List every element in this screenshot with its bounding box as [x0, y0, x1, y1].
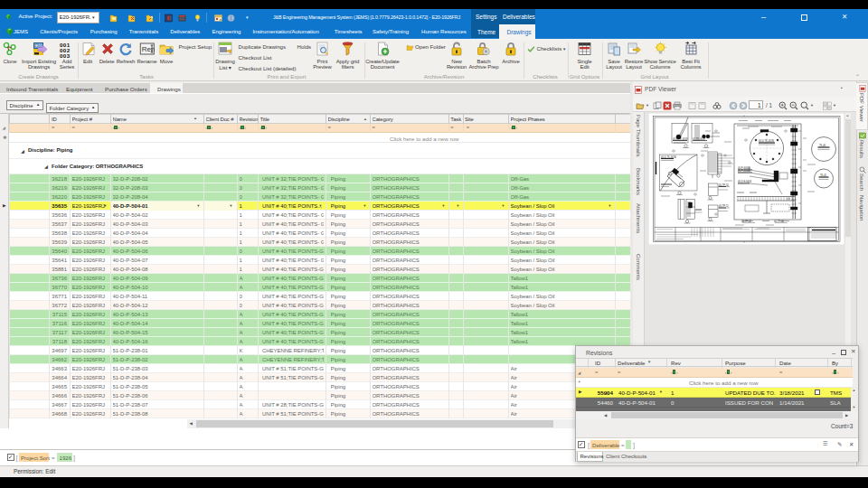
svg-text:40-D-TK-401B: 40-D-TK-401B	[759, 139, 774, 143]
svg-text:TK-40: TK-40	[819, 144, 826, 147]
svg-text:40-D-TK-401B: 40-D-TK-401B	[661, 155, 676, 159]
svg-text:40-D-TK-4018: 40-D-TK-4018	[673, 137, 688, 141]
svg-text:40-D-E-0603: 40-D-E-0603	[738, 180, 751, 183]
svg-text:40-TP-10: 40-TP-10	[719, 183, 729, 187]
svg-text:40-TP-02: 40-TP-02	[741, 220, 751, 223]
svg-text:41-TK-4018: 41-TK-4018	[693, 137, 705, 141]
svg-text:40-TP-04: 40-TP-04	[774, 220, 784, 223]
svg-text:40-TP-11: 40-TP-11	[719, 204, 729, 208]
svg-text:TK-41: TK-41	[820, 174, 827, 177]
svg-text:40-P-4006B: 40-P-4006B	[738, 169, 750, 173]
